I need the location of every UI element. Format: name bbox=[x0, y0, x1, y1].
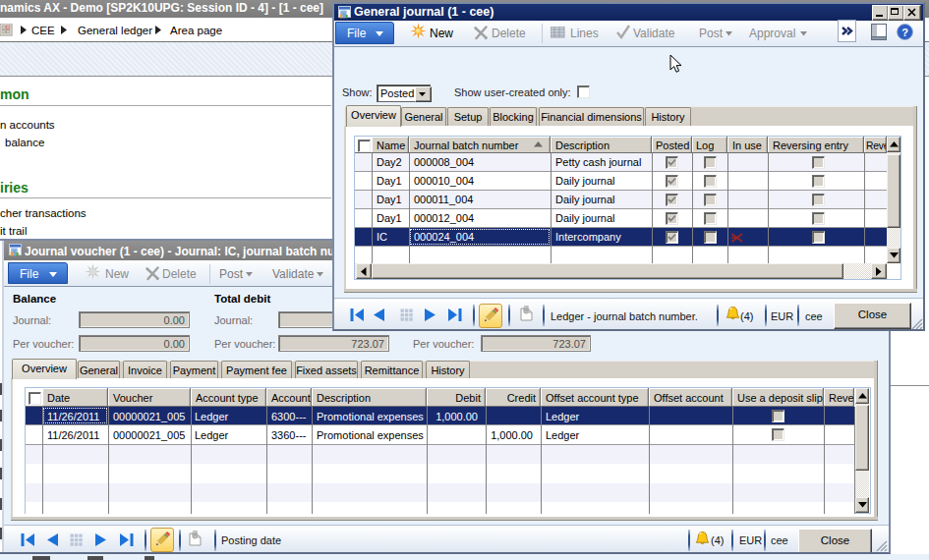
svg-text:?: ? bbox=[901, 27, 908, 38]
